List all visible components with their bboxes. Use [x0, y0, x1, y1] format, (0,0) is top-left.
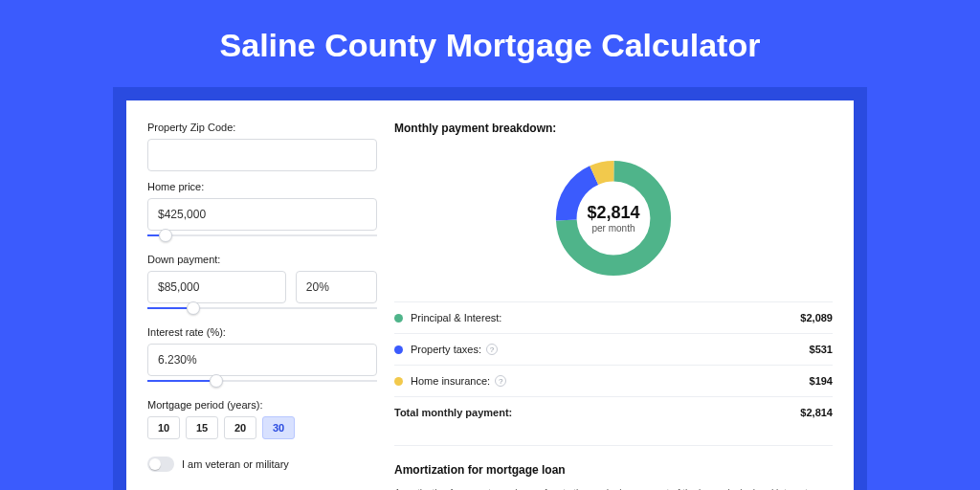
dot-icon — [394, 314, 403, 323]
dot-icon — [394, 345, 403, 354]
period-group: Mortgage period (years): 10 15 20 30 — [147, 399, 377, 439]
rate-slider[interactable] — [147, 374, 377, 388]
total-value: $2,814 — [800, 407, 833, 418]
price-input[interactable] — [147, 198, 377, 231]
veteran-toggle[interactable] — [147, 457, 174, 472]
info-icon[interactable]: ? — [486, 344, 498, 355]
calculator-panel: Property Zip Code: Home price: Down paym… — [126, 100, 854, 490]
period-options: 10 15 20 30 — [147, 416, 377, 439]
breakdown-heading: Monthly payment breakdown: — [394, 122, 833, 135]
zip-label: Property Zip Code: — [147, 122, 377, 133]
donut-sub: per month — [587, 223, 639, 234]
legend-label: Principal & Interest: — [411, 312, 501, 323]
amort-heading: Amortization for mortgage loan — [394, 445, 833, 477]
donut-chart: $2,814 per month — [394, 146, 833, 290]
price-group: Home price: — [147, 181, 377, 242]
legend: Principal & Interest: $2,089 Property ta… — [394, 301, 833, 428]
down-amount-input[interactable] — [147, 271, 286, 303]
price-slider[interactable] — [147, 229, 377, 242]
panel-outer: Property Zip Code: Home price: Down paym… — [113, 87, 867, 490]
form-column: Property Zip Code: Home price: Down paym… — [147, 122, 377, 490]
amort-body: Amortization for a mortgage loan refers … — [394, 486, 833, 490]
info-icon[interactable]: ? — [495, 375, 506, 387]
dot-icon — [394, 377, 403, 386]
down-group: Down payment: — [147, 254, 377, 315]
breakdown-column: Monthly payment breakdown: $2,814 per mo… — [394, 122, 833, 490]
total-label: Total monthly payment: — [394, 407, 512, 418]
period-30[interactable]: 30 — [262, 416, 295, 439]
down-label: Down payment: — [147, 254, 377, 265]
period-label: Mortgage period (years): — [147, 399, 377, 411]
veteran-row: I am veteran or military — [147, 457, 377, 472]
legend-row-total: Total monthly payment: $2,814 — [394, 397, 833, 428]
rate-label: Interest rate (%): — [147, 326, 377, 338]
period-20[interactable]: 20 — [224, 416, 256, 439]
legend-row-tax: Property taxes: ? $531 — [394, 334, 833, 366]
page-root: Saline County Mortgage Calculator Proper… — [0, 0, 980, 490]
page-title: Saline County Mortgage Calculator — [0, 0, 980, 87]
period-10[interactable]: 10 — [147, 416, 180, 439]
donut-amount: $2,814 — [587, 203, 639, 223]
legend-row-principal: Principal & Interest: $2,089 — [394, 302, 833, 334]
legend-label: Property taxes: — [411, 344, 481, 355]
rate-group: Interest rate (%): — [147, 326, 377, 388]
veteran-label: I am veteran or military — [182, 458, 289, 470]
period-15[interactable]: 15 — [186, 416, 218, 439]
price-label: Home price: — [147, 181, 377, 192]
legend-value: $531 — [810, 344, 833, 355]
legend-row-insurance: Home insurance: ? $194 — [394, 366, 833, 397]
legend-value: $2,089 — [800, 312, 833, 323]
rate-input[interactable] — [147, 344, 377, 376]
legend-value: $194 — [810, 375, 833, 387]
down-slider[interactable] — [147, 301, 377, 315]
zip-group: Property Zip Code: — [147, 122, 377, 171]
down-pct-input[interactable] — [296, 271, 377, 303]
donut-center: $2,814 per month — [587, 203, 639, 234]
legend-label: Home insurance: — [411, 375, 490, 387]
zip-input[interactable] — [147, 139, 377, 171]
